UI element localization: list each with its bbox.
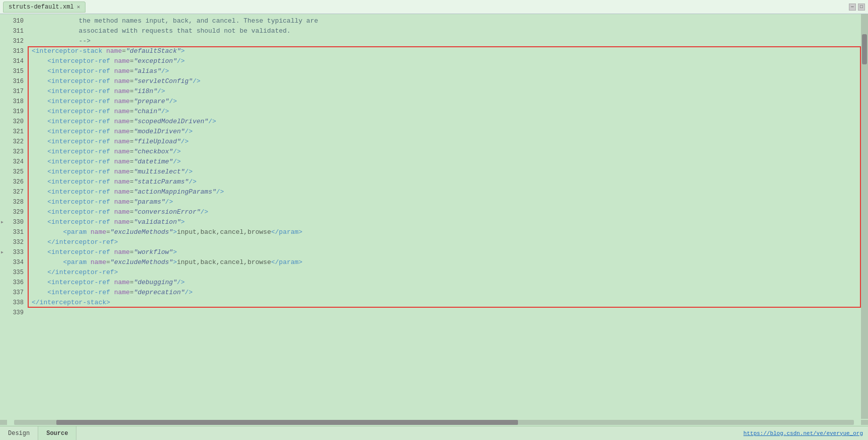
code-line: <interceptor-ref name="servletConfig"/> — [28, 76, 861, 86]
code-line: <interceptor-ref name="prepare"/> — [28, 97, 861, 107]
code-line: <interceptor-ref name="fileUpload"/> — [28, 137, 861, 147]
line-number: 319 — [0, 107, 28, 117]
line-number: 316 — [0, 76, 28, 86]
tab-source[interactable]: Source — [38, 426, 76, 440]
line-number: 328 — [0, 197, 28, 207]
line-number: 323 — [0, 147, 28, 157]
code-line: </interceptor-ref> — [28, 268, 861, 278]
bottom-bar: Design Source https://blog.csdn.net/ve/e… — [0, 426, 868, 440]
code-line: <interceptor-ref name="i18n"/> — [28, 86, 861, 97]
line-number: 336 — [0, 278, 28, 288]
line-numbers: 3103113123133143153163173183193203213223… — [0, 14, 28, 419]
line-number: 333 — [0, 247, 28, 257]
line-number: 330 — [0, 217, 28, 227]
code-line: <interceptor-ref name="conversionError"/… — [28, 207, 861, 217]
scroll-left-arrow[interactable] — [0, 420, 7, 425]
code-area[interactable]: the method names input, back, and cancel… — [28, 14, 861, 419]
close-tab-button[interactable]: ✕ — [77, 4, 80, 10]
code-line: <interceptor-ref name="modelDriven"/> — [28, 127, 861, 137]
line-number: 332 — [0, 237, 28, 247]
vertical-scrollbar[interactable] — [861, 14, 868, 419]
line-number: 334 — [0, 257, 28, 268]
horizontal-scrollbar-track[interactable] — [14, 420, 854, 425]
code-line: <interceptor-stack name="defaultStack"> — [28, 46, 861, 56]
line-number: 329 — [0, 207, 28, 217]
line-number: 310 — [0, 16, 28, 26]
code-line: <interceptor-ref name="chain"/> — [28, 107, 861, 117]
line-number: 327 — [0, 187, 28, 197]
minimize-button[interactable]: ─ — [849, 4, 856, 11]
line-number: 326 — [0, 177, 28, 187]
line-number: 318 — [0, 97, 28, 107]
line-number: 338 — [0, 298, 28, 308]
line-number: 317 — [0, 86, 28, 97]
horizontal-scrollbar-container — [0, 419, 868, 426]
line-number: 314 — [0, 56, 28, 66]
line-number: 335 — [0, 268, 28, 278]
code-line: <interceptor-ref name="alias"/> — [28, 66, 861, 76]
scrollbar-thumb-h[interactable] — [56, 420, 518, 425]
status-url: https://blog.csdn.net/ve/everyue_org — [743, 430, 868, 436]
code-line: associated with requests that should not… — [28, 26, 861, 36]
code-line: the method names input, back, and cancel… — [28, 16, 861, 26]
title-bar: struts-default.xml ✕ ─ □ — [0, 0, 868, 14]
window-controls: ─ □ — [849, 4, 865, 11]
line-number: 313 — [0, 46, 28, 56]
line-number: 337 — [0, 288, 28, 298]
line-number: 311 — [0, 26, 28, 36]
line-number: 320 — [0, 117, 28, 127]
code-line: <interceptor-ref name="params"/> — [28, 197, 861, 207]
code-line: <interceptor-ref name="deprecation"/> — [28, 288, 861, 298]
scroll-right-arrow[interactable] — [861, 420, 868, 425]
code-line: <interceptor-ref name="checkbox"/> — [28, 147, 861, 157]
code-line: <param name="excludeMethods">input,back,… — [28, 227, 861, 237]
filename-label: struts-default.xml — [9, 4, 74, 11]
code-line: <param name="excludeMethods">input,back,… — [28, 257, 861, 268]
line-number: 339 — [0, 308, 28, 318]
editor-scroll-area: 3103113123133143153163173183193203213223… — [0, 14, 868, 419]
scrollbar-thumb-v[interactable] — [862, 34, 867, 64]
line-number: 322 — [0, 137, 28, 147]
file-tab[interactable]: struts-default.xml ✕ — [3, 2, 85, 13]
line-number: 315 — [0, 66, 28, 76]
code-line: <interceptor-ref name="multiselect"/> — [28, 167, 861, 177]
code-line: <interceptor-ref name="validation"> — [28, 217, 861, 227]
tab-design[interactable]: Design — [0, 426, 38, 440]
editor-container: 3103113123133143153163173183193203213223… — [0, 14, 868, 426]
code-line: <interceptor-ref name="exception"/> — [28, 56, 861, 66]
code-line: <interceptor-ref name="datetime"/> — [28, 157, 861, 167]
line-number: 331 — [0, 227, 28, 237]
maximize-button[interactable]: □ — [858, 4, 865, 11]
code-line — [28, 308, 861, 318]
line-number: 324 — [0, 157, 28, 167]
code-line: </interceptor-stack> — [28, 298, 861, 308]
code-line: <interceptor-ref name="debugging"/> — [28, 278, 861, 288]
code-line: </interceptor-ref> — [28, 237, 861, 247]
code-line: <interceptor-ref name="staticParams"/> — [28, 177, 861, 187]
line-number: 325 — [0, 167, 28, 177]
code-line: --> — [28, 36, 861, 46]
code-line: <interceptor-ref name="actionMappingPara… — [28, 187, 861, 197]
code-line: <interceptor-ref name="workflow"> — [28, 247, 861, 257]
line-number: 312 — [0, 36, 28, 46]
line-number: 321 — [0, 127, 28, 137]
code-line: <interceptor-ref name="scopedModelDriven… — [28, 117, 861, 127]
